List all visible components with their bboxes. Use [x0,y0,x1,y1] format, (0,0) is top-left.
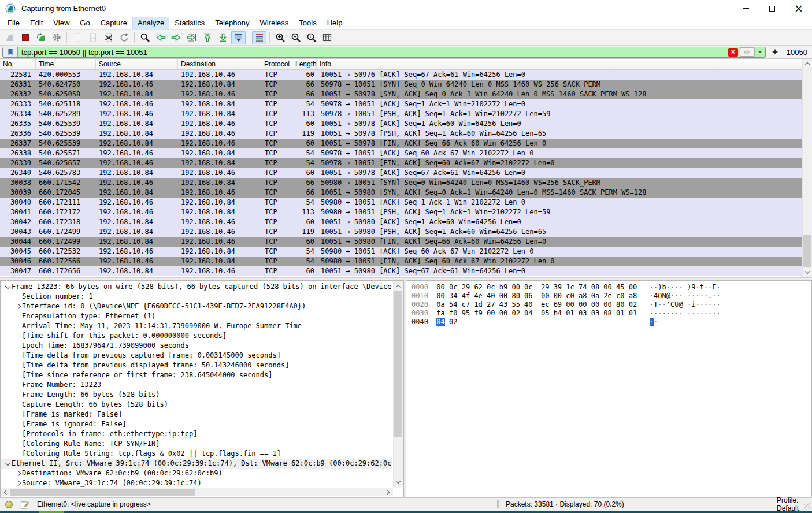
tree-item[interactable]: Source: VMware_39:1c:74 (00:0c:29:39:1c:… [1,478,392,487]
tree-item[interactable]: Section number: 1 [1,292,392,302]
packet-row[interactable]: 30038660.171542192.168.10.46192.168.10.8… [0,178,802,188]
scrollbar-thumb[interactable] [394,291,402,437]
packet-row[interactable]: 30040660.172111192.168.10.46192.168.10.8… [0,198,802,207]
menu-telephony[interactable]: Telephony [210,17,254,29]
hex-row[interactable]: 0000 00 0c 29 62 0c b9 00 0c 29 39 1c 74… [411,283,811,292]
tree-item[interactable]: [Coloring Rule String: tcp.flags & 0x02 … [1,449,392,459]
tree-item[interactable]: Frame 13223: 66 bytes on wire (528 bits)… [1,282,392,292]
hex-row[interactable]: 0020 0a 54 c7 1d 27 43 55 40 ec 69 00 00… [411,300,811,309]
menu-wireless[interactable]: Wireless [254,17,294,29]
column-header-info[interactable]: Info [317,59,802,69]
open-file-icon[interactable] [70,31,84,44]
tree-item[interactable]: [Time delta from previous captured frame… [1,351,392,360]
packet-row[interactable]: 30042660.172318192.168.10.84192.168.10.4… [0,217,802,227]
menu-view[interactable]: View [48,17,75,29]
packet-row[interactable]: 26333540.625118192.168.10.46192.168.10.8… [0,99,802,109]
filter-bookmark-icon[interactable] [3,47,18,57]
column-header-time[interactable]: Time [36,59,96,69]
display-filter-input[interactable]: tcp.port == 10050 || tcp.port == 10051 × [2,47,766,58]
packet-row[interactable]: 26334540.625289192.168.10.46192.168.10.8… [0,109,802,119]
packet-row[interactable]: 22581420.000553192.168.10.84192.168.10.4… [0,70,802,80]
capture-options-icon[interactable] [49,31,64,44]
zoom-in-icon[interactable] [273,31,287,44]
packet-row[interactable]: 26335540.625539192.168.10.84192.168.10.4… [0,119,802,129]
tree-item[interactable]: Frame Number: 13223 [1,380,392,390]
tree-item[interactable]: Encapsulation type: Ethernet (1) [1,311,392,321]
start-capture-icon[interactable] [2,31,17,44]
tree-item[interactable]: [Coloring Rule Name: TCP SYN/FIN] [1,439,392,449]
tree-item[interactable]: Destination: VMware_62:0c:b9 (00:0c:29:6… [1,469,392,478]
auto-scroll-live-icon[interactable] [231,31,246,44]
go-last-icon[interactable] [216,31,230,44]
expert-info-icon[interactable] [5,501,13,508]
find-packet-icon[interactable] [138,31,152,44]
packet-row[interactable]: 26338540.625571192.168.10.46192.168.10.8… [0,148,802,158]
menu-capture[interactable]: Capture [95,17,132,29]
packet-row[interactable]: 26332540.625058192.168.10.84192.168.10.4… [0,90,802,99]
collapse-arrow-icon[interactable] [3,282,12,288]
go-back-icon[interactable] [153,31,168,44]
scroll-down-arrow-icon[interactable] [394,477,403,487]
packet-row[interactable]: 26337540.625539192.168.10.84192.168.10.4… [0,139,802,148]
scroll-up-arrow-icon[interactable] [803,59,812,69]
tree-item[interactable]: Capture Length: 66 bytes (528 bits) [1,400,392,410]
go-forward-icon[interactable] [169,31,183,44]
capture-comment-icon[interactable] [20,500,29,509]
packet-row[interactable]: 30039660.172045192.168.10.84192.168.10.4… [0,188,802,198]
filter-apply-icon[interactable] [740,47,755,57]
column-header-no[interactable]: No. [0,59,36,69]
column-header-destination[interactable]: Destination [178,59,261,69]
collapse-arrow-icon[interactable] [3,459,12,465]
packet-row[interactable]: 26331540.624750192.168.10.46192.168.10.8… [0,80,802,90]
filter-quick-button[interactable]: 10050 [787,48,809,57]
scrollbar-thumb[interactable] [10,489,195,496]
tree-item[interactable]: Interface id: 0 (\Device\NPF_{E660DECC-5… [1,302,392,311]
menu-tools[interactable]: Tools [294,17,321,29]
filter-add-button[interactable]: + [769,46,781,58]
close-button[interactable]: × [785,0,812,17]
close-capture-icon[interactable] [101,31,116,44]
scroll-up-arrow-icon[interactable] [394,281,403,291]
menu-statistics[interactable]: Statistics [169,17,210,29]
expand-arrow-icon[interactable] [14,302,22,308]
resize-columns-icon[interactable] [320,31,334,44]
packet-row[interactable]: 30041660.172172192.168.10.46192.168.10.8… [0,207,802,217]
tree-item[interactable]: [Frame is marked: False] [1,410,392,419]
scroll-left-arrow-icon[interactable] [1,488,10,496]
packet-row[interactable]: 30047660.172656192.168.10.84192.168.10.4… [0,266,802,276]
scroll-right-arrow-icon[interactable] [384,488,393,496]
packet-row[interactable]: 26336540.625539192.168.10.84192.168.10.4… [0,129,802,139]
filter-dropdown-caret-icon[interactable] [756,51,764,53]
packet-row[interactable]: 30044660.172499192.168.10.84192.168.10.4… [0,237,802,247]
hex-row[interactable]: 0040 04 02 ·· [411,318,811,326]
filter-clear-icon[interactable]: × [728,48,738,57]
tree-item[interactable]: [Frame is ignored: False] [1,419,392,429]
column-header-protocol[interactable]: Protocol [261,59,292,69]
tree-item[interactable]: [Time shift for this packet: 0.000000000… [1,331,392,341]
tree-item[interactable]: Frame Length: 66 bytes (528 bits) [1,390,392,400]
reload-file-icon[interactable] [117,31,131,44]
packet-row[interactable]: 30045660.172532192.168.10.46192.168.10.8… [0,247,802,256]
expand-arrow-icon[interactable] [14,469,22,475]
go-to-packet-icon[interactable] [184,31,199,44]
hex-row[interactable]: 0030 fa f0 95 f9 00 00 02 04 05 b4 01 03… [411,309,811,318]
details-horizontal-scrollbar[interactable] [1,488,393,496]
menu-go[interactable]: Go [75,17,95,29]
stop-capture-icon[interactable] [18,31,32,44]
hex-row[interactable]: 0010 00 34 4f 4e 40 00 80 06 00 00 c0 a8… [411,292,811,300]
column-header-length[interactable]: Length [292,59,317,69]
zoom-out-icon[interactable] [288,31,303,44]
packet-row[interactable]: 30046660.172566192.168.10.46192.168.10.8… [0,256,802,266]
go-first-icon[interactable] [200,31,214,44]
menu-analyze[interactable]: Analyze [132,17,169,29]
maximize-button[interactable] [759,0,785,17]
filter-expression-text[interactable]: tcp.port == 10050 || tcp.port == 10051 [18,48,728,57]
scrollbar-thumb[interactable] [803,235,811,267]
packet-list-vertical-scrollbar[interactable] [802,59,812,277]
tree-item[interactable]: Arrival Time: May 11, 2023 11:14:31.7390… [1,321,392,331]
packet-row[interactable]: 26340540.625783192.168.10.84192.168.10.4… [0,168,802,178]
scroll-down-arrow-icon[interactable] [803,267,812,277]
tree-item[interactable]: Ethernet II, Src: VMware_39:1c:74 (00:0c… [1,459,392,469]
restart-capture-icon[interactable] [34,31,48,44]
tree-item[interactable]: [Protocols in frame: eth:ethertype:ip:tc… [1,429,392,439]
